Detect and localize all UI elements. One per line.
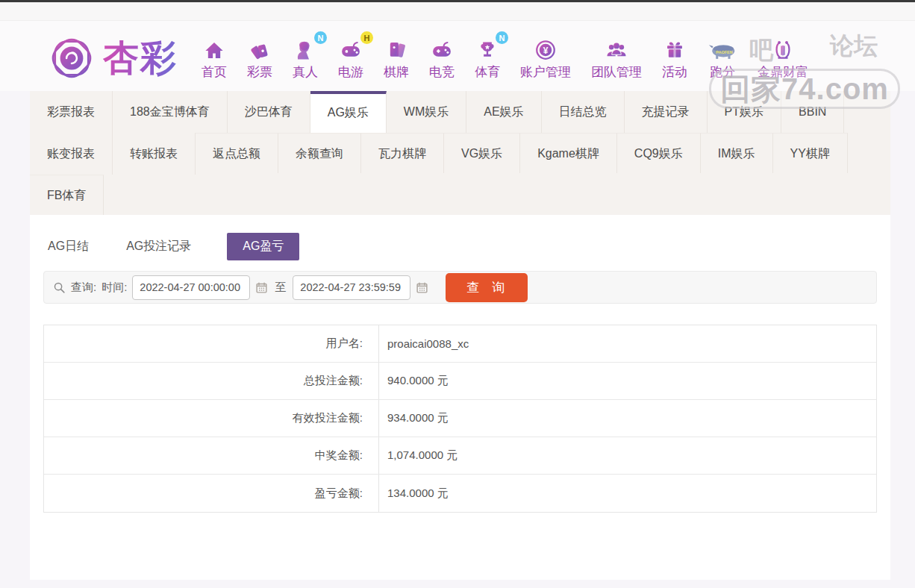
nav-item-boardgames[interactable]: 棋牌 — [384, 36, 409, 81]
svg-text:¥: ¥ — [543, 46, 549, 56]
tab-item[interactable]: 转账报表 — [113, 133, 196, 175]
tab-item-active[interactable]: AG娱乐 — [310, 91, 387, 133]
row-value: 934.0000 元 — [379, 400, 876, 437]
tab-item[interactable]: IM娱乐 — [701, 133, 773, 173]
row-value: 134.0000 元 — [379, 475, 876, 512]
nav-label: 团队管理 — [591, 63, 642, 81]
datetime-from-input[interactable] — [132, 275, 250, 300]
cards-icon — [386, 36, 407, 61]
tab-item[interactable]: VG娱乐 — [444, 133, 520, 173]
nav-item-slots[interactable]: H 电游 — [338, 36, 363, 81]
row-value: 1,074.0000 元 — [379, 437, 876, 474]
nav-label: 真人 — [293, 63, 318, 81]
tab-item[interactable]: FB体育 — [30, 175, 104, 215]
nav-label: 金鼎财富 — [758, 63, 808, 81]
tab-item[interactable]: 彩票报表 — [30, 91, 113, 133]
coin-icon: ¥ — [534, 36, 557, 61]
logo[interactable]: 杏彩 — [46, 33, 178, 84]
calendar-icon[interactable] — [255, 281, 268, 294]
time-label: 时间: — [102, 281, 127, 295]
tab-item[interactable]: 余额查询 — [278, 133, 361, 173]
search-label: 查询: — [71, 281, 96, 295]
nav-item-account[interactable]: ¥ 账户管理 — [520, 36, 571, 81]
main-nav: 首页 彩票 N 真人 — [202, 36, 808, 81]
row-label: 中奖金额: — [44, 437, 379, 474]
h-badge: H — [360, 31, 373, 44]
nav-label: 电游 — [338, 63, 363, 81]
subtab-ag-bets[interactable]: AG投注记录 — [125, 233, 193, 260]
trophy-icon: N — [477, 36, 498, 61]
tab-item[interactable]: 瓦力棋牌 — [361, 133, 444, 173]
table-row: 用户名: proaicai0088_xc — [44, 325, 876, 363]
table-row: 总投注金额: 940.0000 元 — [44, 363, 876, 400]
esports-gamepad-icon — [430, 36, 454, 61]
live-person-icon: N — [294, 36, 316, 61]
gift-icon — [664, 36, 685, 61]
tab-item[interactable]: PT娱乐 — [708, 91, 781, 133]
profit-loss-table: 用户名: proaicai0088_xc 总投注金额: 940.0000 元 有… — [43, 325, 877, 513]
tab-item[interactable]: CQ9娱乐 — [617, 133, 701, 173]
main-container: 彩票报表 188金宝博体育 沙巴体育 AG娱乐 WM娱乐 AE娱乐 日结总览 充… — [30, 91, 890, 580]
tab-item[interactable]: AE娱乐 — [466, 91, 541, 133]
tab-item[interactable]: YY棋牌 — [773, 133, 848, 173]
row-value: proaicai0088_xc — [379, 325, 876, 362]
tab-item[interactable]: 账变报表 — [30, 133, 113, 175]
query-button[interactable]: 查 询 — [446, 273, 528, 302]
ticket-icon — [249, 36, 271, 61]
site-header: 杏彩 首页 彩票 N — [0, 21, 915, 91]
rhino-icon: PAOFEN — [708, 36, 737, 61]
logo-text: 杏彩 — [103, 34, 178, 82]
nav-label: 首页 — [202, 63, 227, 81]
slots-gamepad-icon: H — [339, 36, 363, 61]
table-row: 中奖金额: 1,074.0000 元 — [44, 437, 876, 475]
lyre-icon — [772, 36, 794, 61]
search-icon — [53, 281, 66, 294]
nav-label: 活动 — [662, 63, 687, 81]
subtab-ag-daily[interactable]: AG日结 — [46, 233, 90, 260]
to-label: 至 — [275, 281, 286, 295]
tab-item[interactable]: WM娱乐 — [387, 91, 466, 133]
tab-item[interactable]: Kgame棋牌 — [520, 133, 617, 173]
table-row: 有效投注金额: 934.0000 元 — [44, 400, 876, 437]
nav-item-sports[interactable]: N 体育 — [475, 36, 500, 81]
nav-item-home[interactable]: 首页 — [202, 36, 227, 81]
datetime-to-input[interactable] — [293, 275, 410, 300]
row-value: 940.0000 元 — [379, 363, 876, 399]
nav-label: 棋牌 — [384, 63, 409, 81]
table-row: 盈亏金额: 134.0000 元 — [44, 475, 876, 512]
nav-item-promotions[interactable]: 活动 — [662, 36, 687, 81]
nav-item-live[interactable]: N 真人 — [293, 36, 318, 81]
tab-item[interactable]: 充提记录 — [625, 91, 708, 133]
home-icon — [204, 36, 225, 61]
logo-flower-icon — [46, 33, 97, 84]
ag-subtabs: AG日结 AG投注记录 AG盈亏 — [43, 215, 877, 260]
n-badge: N — [314, 31, 327, 44]
tab-item[interactable]: 返点总额 — [196, 133, 278, 173]
team-icon — [605, 36, 628, 61]
tab-item[interactable]: 日结总览 — [542, 91, 625, 133]
n-badge: N — [496, 31, 508, 44]
row-label: 有效投注金额: — [44, 400, 379, 437]
nav-item-lottery[interactable]: 彩票 — [247, 36, 272, 81]
tab-item[interactable]: 沙巴体育 — [228, 91, 310, 133]
nav-item-paofen[interactable]: PAOFEN 跑分 — [708, 36, 737, 81]
nav-item-jinding[interactable]: 金鼎财富 — [758, 36, 808, 81]
subtab-ag-profitloss-active[interactable]: AG盈亏 — [227, 233, 299, 260]
browser-edge-strip — [0, 2, 915, 21]
svg-text:PAOFEN: PAOFEN — [716, 50, 733, 54]
row-label: 总投注金额: — [44, 363, 379, 399]
report-tabbar: 彩票报表 188金宝博体育 沙巴体育 AG娱乐 WM娱乐 AE娱乐 日结总览 充… — [30, 91, 890, 215]
nav-label: 跑分 — [710, 63, 735, 81]
calendar-icon[interactable] — [416, 281, 428, 294]
query-bar: 查询: 时间: 至 查 询 — [43, 271, 877, 304]
nav-item-team[interactable]: 团队管理 — [591, 36, 642, 81]
tab-item[interactable]: BBIN — [781, 91, 844, 133]
tab-item[interactable]: 188金宝博体育 — [113, 91, 228, 133]
nav-label: 体育 — [475, 63, 500, 81]
nav-item-esports[interactable]: 电竞 — [429, 36, 455, 81]
nav-label: 账户管理 — [520, 63, 571, 81]
nav-label: 彩票 — [247, 63, 272, 81]
nav-label: 电竞 — [429, 63, 455, 81]
tab-content: AG日结 AG投注记录 AG盈亏 查询: 时间: 至 — [30, 215, 890, 528]
row-label: 用户名: — [44, 325, 379, 362]
